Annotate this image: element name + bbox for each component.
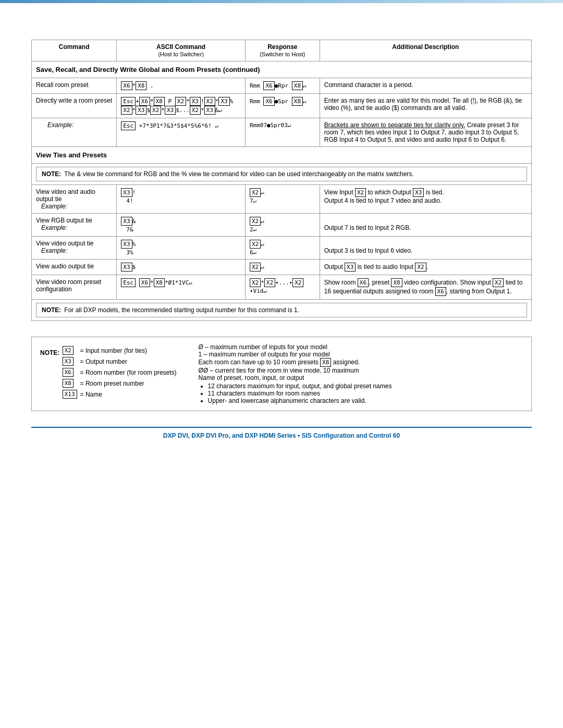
ascii-vvrpc: Esc X6*X8*Ø1*1VC↵ (117, 275, 246, 300)
response-vvot: X2↵ 6↵ (245, 237, 320, 260)
desc-vaot: Output X3 is tied to audio Input X2. (320, 260, 531, 275)
legend-row: X8 = Room preset number (63, 378, 177, 388)
desc-direct-write: Enter as many ties as are valid for this… (320, 94, 531, 118)
cmd-rgb: View RGB output tie Example: (32, 214, 117, 237)
table-row: View video output tie Example: X3% 3% X2… (32, 237, 532, 260)
table-row: View video and audio output tie Example:… (32, 185, 532, 214)
ascii-vaot: X3$ (117, 260, 246, 275)
legend-note-label: NOTE: (40, 349, 62, 356)
legend-bullets: 12 characters maximum for input, output,… (199, 382, 523, 404)
ascii-direct-write: Esc+X6*X8 P X2*X3!X2*X3%X2*X3$X2*X3$...X… (117, 94, 246, 118)
ascii-vva: X3! 4! (117, 185, 246, 214)
legend-right-line2: 1 – maximum number of outputs for your m… (199, 351, 523, 358)
desc-vvot: Output 3 is tied to Input 6 video. (320, 237, 531, 260)
response-vvrpc: X2*X2•...•X2•Vid↵ (245, 275, 320, 300)
table-header-row: Command ASCII Command (Host to Switcher)… (32, 40, 532, 61)
legend-right-line4: ØØ – current ties for the room in view m… (199, 367, 523, 374)
desc-vvrpc: Show room X6, preset X8 video configurat… (320, 275, 531, 300)
legend-right-line1: Ø – maximum number of inputs for your mo… (199, 343, 523, 351)
desc-recall: Command character is a period. (320, 78, 531, 94)
section1-title: Save, Recall, and Directly Write Global … (32, 61, 532, 78)
legend-table: X2 = Input number (for ties) X3 = Output… (62, 344, 178, 400)
section2-header-row: View Ties and Presets (32, 147, 532, 164)
response-vaot: X2↵ (245, 260, 320, 275)
desc-rgb: Output 7 is tied to Input 2 RGB. (320, 214, 531, 237)
bottom-note-label: NOTE: (42, 306, 61, 314)
cmd-recall: Recall room preset (32, 78, 117, 94)
legend-right-line3: Each room can have up to 10 room presets… (199, 358, 523, 367)
legend-note-box: NOTE: X2 = Input number (for ties) X3 = … (31, 337, 532, 411)
table-row-example1: Example: Esc +7*3P1*7&3*5$4*5%6*6! ↵ Rmm… (32, 118, 532, 147)
response-recall: Rmm X6●Rpr X8↵ (245, 78, 320, 94)
header-additional: Additional Description (320, 40, 531, 61)
ascii-recall: X6*X8 . (117, 78, 246, 94)
note-label: NOTE: (42, 170, 61, 178)
bottom-note-cell: NOTE: For all DXP models, the recommende… (32, 300, 532, 321)
header-response: Response (Switcher to Host) (245, 40, 320, 61)
bullet-item: 12 characters maximum for input, output,… (208, 382, 523, 390)
legend-row: X3 = Output number (63, 356, 177, 366)
legend-row: X13 = Name (63, 389, 177, 399)
table-row: Recall room preset X6*X8 . Rmm X6●Rpr X8… (32, 78, 532, 94)
response-rgb: X2↵ 2↵ (245, 214, 320, 237)
legend-left: NOTE: X2 = Input number (for ties) X3 = … (40, 343, 178, 404)
header-command: Command (32, 40, 117, 61)
table-row: View RGB output tie Example: X3& 7& X2↵ … (32, 214, 532, 237)
bullet-item: Upper- and lowercase alphanumeric charac… (208, 397, 523, 404)
ascii-example1: Esc +7*3P1*7&3*5$4*5%6*6! ↵ (117, 118, 246, 147)
desc-vva: View Input X2 to which Output X3 is tied… (320, 185, 531, 214)
cmd-vvot: View video output tie Example: (32, 237, 117, 260)
bottom-note-row: NOTE: For all DXP models, the recommende… (32, 300, 532, 321)
legend-right: Ø – maximum number of inputs for your mo… (199, 343, 523, 404)
cmd-vva: View video and audio output tie Example: (32, 185, 117, 214)
ascii-rgb: X3& 7& (117, 214, 246, 237)
section2-note-row: NOTE: The & view tie command for RGB and… (32, 164, 532, 185)
legend-row: X6 = Room number (for room presets) (63, 367, 177, 377)
ascii-vvot: X3% 3% (117, 237, 246, 260)
response-example1: Rmm07●Spr03↵ (245, 118, 320, 147)
header-ascii: ASCII Command (Host to Switcher) (117, 40, 246, 61)
response-vva: X2↵ 7↵ (245, 185, 320, 214)
top-bar (0, 0, 563, 3)
table-row: View video room preset configuration Esc… (32, 275, 532, 300)
cmd-vvrpc: View video room preset configuration (32, 275, 117, 300)
cmd-vaot: View audio output tie (32, 260, 117, 275)
bottom-note-text: For all DXP models, the recommended star… (64, 306, 299, 314)
desc-example1: Brackets are shown to separate ties for … (320, 118, 531, 147)
table-row: View audio output tie X3$ X2↵ Output X3 … (32, 260, 532, 275)
cmd-direct-write: Directly write a room preset (32, 94, 117, 118)
legend-right-line5: Name of preset, room, input, or output (199, 374, 523, 381)
footer-bar: DXP DVI, DXP DVI Pro, and DXP HDMI Serie… (31, 427, 532, 439)
note-text: The & view tie command for RGB and the %… (64, 170, 413, 178)
section1-header-row: Save, Recall, and Directly Write Global … (32, 61, 532, 78)
section2-title: View Ties and Presets (32, 147, 532, 164)
bottom-note-box: NOTE: For all DXP models, the recommende… (36, 303, 527, 317)
main-table: Command ASCII Command (Host to Switcher)… (31, 40, 532, 321)
response-direct-write: Rmm X6●Spr X8↵ (245, 94, 320, 118)
table-row: Directly write a room preset Esc+X6*X8 P… (32, 94, 532, 118)
bullet-item: 11 characters maximum for room names (208, 390, 523, 397)
section2-note-box: NOTE: The & view tie command for RGB and… (36, 167, 527, 181)
cmd-example1: Example: (32, 118, 117, 147)
section2-note-cell: NOTE: The & view tie command for RGB and… (32, 164, 532, 185)
legend-row: X2 = Input number (for ties) (63, 346, 177, 355)
